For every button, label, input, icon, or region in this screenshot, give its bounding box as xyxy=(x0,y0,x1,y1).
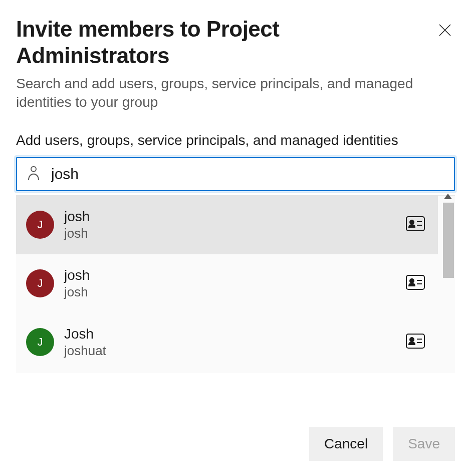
svg-rect-3 xyxy=(406,217,424,231)
svg-point-4 xyxy=(410,220,414,224)
dialog-title: Invite members to Project Administrators xyxy=(16,16,407,69)
search-field-container[interactable] xyxy=(16,157,455,191)
svg-point-2 xyxy=(31,167,36,172)
result-subtext: josh xyxy=(64,225,400,242)
contact-card-icon[interactable] xyxy=(406,275,425,292)
svg-rect-11 xyxy=(406,334,424,348)
save-button[interactable]: Save xyxy=(393,427,455,461)
svg-point-12 xyxy=(410,338,414,342)
close-button[interactable] xyxy=(435,20,455,40)
svg-point-8 xyxy=(410,279,414,283)
cancel-button[interactable]: Cancel xyxy=(309,427,383,461)
scrollbar[interactable] xyxy=(438,196,455,373)
results-list: J josh josh J j xyxy=(16,196,438,373)
result-text: josh josh xyxy=(64,267,400,300)
result-display-name: Josh xyxy=(64,326,400,343)
svg-rect-7 xyxy=(406,275,424,289)
dialog-subtitle: Search and add users, groups, service pr… xyxy=(16,74,427,112)
person-icon xyxy=(27,165,40,183)
result-text: josh josh xyxy=(64,208,400,241)
scroll-up-arrow-icon[interactable] xyxy=(444,194,452,199)
result-text: Josh joshuat xyxy=(64,326,400,359)
scroll-thumb[interactable] xyxy=(443,203,454,278)
result-subtext: josh xyxy=(64,284,400,300)
dialog-header: Invite members to Project Administrators xyxy=(16,16,455,69)
result-display-name: josh xyxy=(64,267,400,284)
result-item[interactable]: J Josh joshuat xyxy=(16,313,438,372)
result-display-name: josh xyxy=(64,208,400,225)
invite-members-dialog: Invite members to Project Administrators… xyxy=(0,0,471,476)
result-item[interactable]: J josh josh xyxy=(16,196,438,254)
dialog-footer: Cancel Save xyxy=(309,427,455,461)
result-subtext: joshuat xyxy=(64,343,400,359)
result-item[interactable]: J josh josh xyxy=(16,254,438,313)
close-icon xyxy=(438,23,452,37)
contact-card-icon[interactable] xyxy=(406,334,425,351)
contact-card-icon[interactable] xyxy=(406,216,425,233)
avatar: J xyxy=(26,211,54,239)
avatar: J xyxy=(26,269,54,297)
field-label: Add users, groups, service principals, a… xyxy=(16,131,442,150)
avatar: J xyxy=(26,328,54,356)
search-input[interactable] xyxy=(51,166,444,183)
results-dropdown: J josh josh J j xyxy=(16,195,455,373)
